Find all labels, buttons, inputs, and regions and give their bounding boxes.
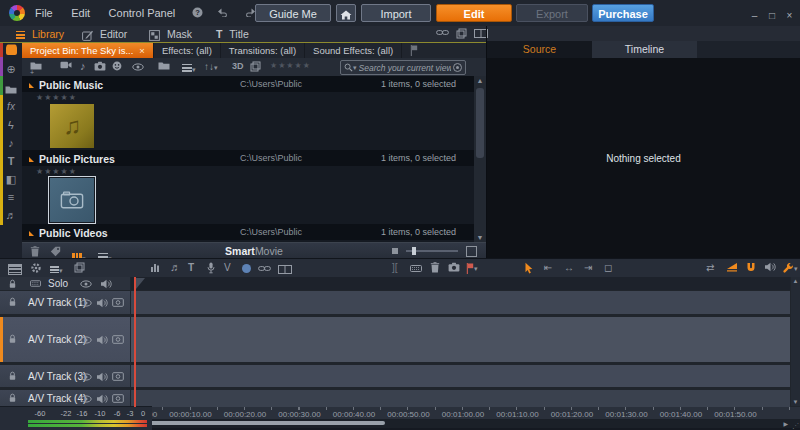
- monitor-icon[interactable]: [112, 372, 124, 381]
- voiceover-icon[interactable]: [206, 262, 216, 274]
- navigator-icon[interactable]: ▾: [50, 264, 63, 275]
- pin-tab-icon[interactable]: [410, 45, 418, 58]
- export-button[interactable]: Export: [516, 4, 588, 22]
- group-header-public-videos[interactable]: Public Videos C:\Users\Public 1 items, 0…: [22, 224, 474, 240]
- filter-faces-icon[interactable]: [112, 61, 122, 71]
- render-indicator-icon[interactable]: [242, 264, 251, 273]
- playhead-flag[interactable]: [136, 278, 145, 289]
- speaker-icon[interactable]: [96, 394, 108, 404]
- clear-search-icon[interactable]: [453, 63, 462, 72]
- scroll-up-icon[interactable]: ▲: [791, 278, 800, 284]
- timeline-tools-icon[interactable]: ▾: [782, 262, 798, 274]
- add-title-icon[interactable]: T: [188, 262, 194, 273]
- magnet-snap-icon[interactable]: [746, 262, 756, 273]
- rating-filter-stars[interactable]: ★★★★★: [270, 61, 311, 70]
- eye-icon[interactable]: [80, 395, 92, 403]
- image-thumbnail[interactable]: [50, 178, 94, 222]
- sidebar-effects-icon[interactable]: fx: [0, 101, 22, 112]
- track-lane-1[interactable]: [131, 291, 790, 314]
- snapshot-icon[interactable]: [448, 262, 460, 272]
- track-lane-3[interactable]: [131, 365, 790, 387]
- tab-title[interactable]: T Title: [216, 26, 249, 42]
- sidebar-titles-icon[interactable]: T: [0, 155, 22, 167]
- wave-icon[interactable]: V: [224, 262, 231, 273]
- tab-source[interactable]: Source: [487, 41, 592, 58]
- bin-tab-transitions[interactable]: Transitions: (all): [221, 43, 305, 58]
- eye-icon[interactable]: [80, 336, 92, 344]
- home-button[interactable]: [336, 4, 356, 22]
- keyboard-icon[interactable]: [410, 265, 422, 272]
- speaker-icon[interactable]: [96, 372, 108, 382]
- filter-photo-icon[interactable]: [94, 61, 106, 71]
- track-header-2[interactable]: A/V Track (2): [0, 317, 130, 362]
- track-header-3[interactable]: A/V Track (3): [0, 365, 130, 387]
- audio-mixer-icon[interactable]: [150, 262, 160, 272]
- audio-thumbnail[interactable]: ♫: [50, 104, 94, 148]
- browse-folder-icon[interactable]: [158, 61, 170, 70]
- lock-icon[interactable]: [8, 279, 17, 289]
- timeline-horizontal-scrollbar[interactable]: ◀ ▶: [130, 419, 800, 428]
- smart-edit-icon[interactable]: ⇤: [544, 262, 552, 273]
- help-icon[interactable]: [192, 7, 203, 18]
- timeline-settings-icon[interactable]: [30, 262, 42, 274]
- track-manager-icon[interactable]: [8, 264, 22, 277]
- track-lane-2[interactable]: [131, 317, 790, 362]
- scrollbar-thumb[interactable]: [140, 421, 385, 425]
- filter-audio-icon[interactable]: ♪: [80, 60, 86, 72]
- zoom-in-icon[interactable]: [466, 246, 477, 257]
- close-tab-icon[interactable]: ×: [139, 45, 145, 56]
- subproject-icon[interactable]: [278, 265, 292, 274]
- audio-scrub-icon[interactable]: [764, 262, 776, 272]
- monitor-icon[interactable]: [112, 394, 124, 403]
- speaker-icon[interactable]: [96, 298, 108, 308]
- sidebar-transitions-icon[interactable]: ϟ: [0, 119, 22, 131]
- menu-file[interactable]: File: [28, 0, 60, 26]
- edit-mode-button[interactable]: Edit: [436, 4, 512, 22]
- menu-edit[interactable]: Edit: [64, 0, 97, 26]
- link-clips-icon[interactable]: [258, 265, 271, 272]
- track-lane-4[interactable]: [131, 390, 790, 407]
- lock-icon[interactable]: [8, 371, 17, 381]
- close-button[interactable]: ×: [783, 10, 796, 21]
- tab-editor[interactable]: Editor: [82, 26, 127, 42]
- bin-tab-sound-effects[interactable]: Sound Effects: (all): [305, 43, 402, 58]
- search-input[interactable]: [357, 62, 453, 74]
- selection-tool-icon[interactable]: [524, 262, 534, 275]
- sort-icon[interactable]: ↑↓▾: [204, 61, 218, 72]
- speaker-icon[interactable]: [100, 279, 112, 289]
- track-header-4[interactable]: A/V Track (4): [0, 390, 130, 407]
- eye-icon[interactable]: [80, 373, 92, 381]
- item-rating-stars[interactable]: ★★★★★: [36, 167, 118, 176]
- bin-tab-project[interactable]: Project Bin: The Sky is...×: [22, 43, 154, 58]
- monitor-icon[interactable]: [112, 335, 124, 344]
- filter-video-icon[interactable]: [60, 61, 72, 69]
- collapse-triangle-icon[interactable]: [29, 231, 34, 236]
- track-header-1[interactable]: A/V Track (1): [0, 291, 130, 314]
- speaker-icon[interactable]: [96, 335, 108, 345]
- scroll-right-icon[interactable]: ▶: [783, 420, 788, 427]
- purchase-button[interactable]: Purchase: [592, 4, 654, 22]
- zoom-out-icon[interactable]: [392, 248, 398, 254]
- group-icon[interactable]: [250, 61, 261, 72]
- keyboard-icon[interactable]: [30, 280, 41, 287]
- sidebar-montage-icon[interactable]: ◧: [0, 173, 22, 186]
- split-view-icon[interactable]: ⇄: [706, 262, 714, 273]
- sidebar-media-icon[interactable]: [0, 82, 22, 94]
- link-panels-icon[interactable]: [436, 29, 449, 36]
- visibility-icon[interactable]: [132, 63, 144, 71]
- library-scrollbar[interactable]: ▲ ▼: [474, 76, 486, 242]
- track-vertical-scrollbar[interactable]: ▲ ▼: [791, 277, 800, 406]
- tab-library[interactable]: Library: [16, 26, 64, 42]
- minimize-button[interactable]: –: [748, 10, 761, 21]
- scroll-up-icon[interactable]: ▲: [474, 77, 486, 84]
- group-header-public-pictures[interactable]: Public Pictures C:\Users\Public 1 items,…: [22, 150, 474, 166]
- collapse-triangle-icon[interactable]: [29, 157, 34, 162]
- trim-mode-icon[interactable]: ][: [392, 262, 398, 273]
- import-button[interactable]: Import: [361, 4, 431, 22]
- overwrite-edit-icon[interactable]: ⇥: [584, 262, 592, 273]
- tab-mask[interactable]: Mask: [149, 26, 192, 42]
- sidebar-music-icon[interactable]: ♪: [0, 137, 22, 149]
- sidebar-project-bin-icon[interactable]: [0, 45, 22, 57]
- maximize-button[interactable]: □: [766, 10, 779, 21]
- playhead[interactable]: [134, 277, 136, 407]
